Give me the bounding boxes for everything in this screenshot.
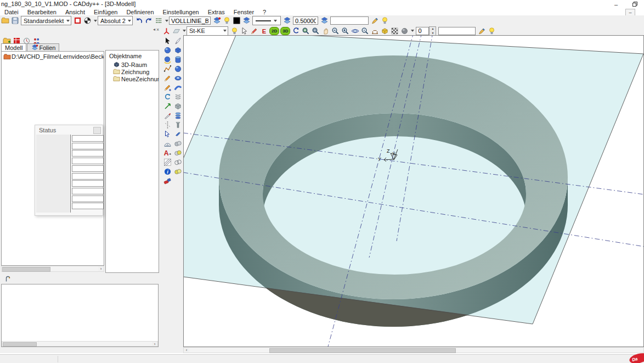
select-pointer-icon[interactable] (163, 36, 172, 45)
select-settings-icon[interactable] (240, 26, 248, 35)
boolean-intersect-icon[interactable] (173, 158, 182, 166)
info-tool-icon[interactable]: i (163, 167, 172, 176)
rotate-view-icon[interactable] (291, 26, 300, 35)
status-field-1[interactable] (72, 135, 104, 142)
snap-mode-icon[interactable] (83, 16, 92, 25)
cylinder-segment-icon[interactable] (173, 130, 182, 138)
mode-2d-button[interactable]: 2D (269, 27, 279, 35)
message-scroll-thumb[interactable] (3, 342, 37, 347)
loft-solid-icon[interactable] (173, 111, 182, 120)
status-field-3[interactable] (72, 150, 104, 157)
linestyle-combo[interactable] (252, 16, 281, 25)
tree-item-project[interactable]: D:\AVCHD_Filme\Lernvideos\BeckerCAD 3D P… (2, 52, 104, 60)
sketch-pen-icon[interactable] (250, 26, 258, 35)
message-hscrollbar[interactable]: › (2, 341, 158, 347)
render-dd[interactable] (409, 27, 414, 35)
linetype-layers-icon[interactable] (212, 16, 221, 25)
color-swatch-icon[interactable] (232, 16, 241, 25)
tab-folien[interactable]: Folien (27, 43, 59, 51)
layer-spinner[interactable]: ▲▼ (415, 26, 436, 36)
menu-bearbeiten[interactable]: Bearbeiten (23, 8, 61, 15)
grid-dd[interactable] (163, 17, 168, 25)
restore-button[interactable] (629, 1, 641, 7)
solid-torus-icon[interactable] (173, 74, 182, 82)
selection-mode-icon[interactable] (73, 16, 82, 25)
dimension-tool-icon[interactable] (370, 26, 379, 35)
status-field-7[interactable] (72, 180, 104, 187)
grid-settings-icon[interactable] (154, 16, 163, 25)
shade-sphere-icon[interactable] (163, 46, 172, 54)
edit-elements-icon[interactable]: E (259, 26, 268, 35)
color-layers-icon[interactable] (242, 16, 251, 25)
render-options-icon[interactable] (163, 55, 172, 64)
render-mode-icon[interactable] (380, 26, 389, 35)
select-by-name-icon[interactable] (163, 130, 172, 138)
tree-scroll-thumb[interactable] (2, 267, 50, 272)
snap-anchor-icon[interactable] (3, 274, 12, 283)
undo-icon[interactable] (134, 16, 143, 25)
status-window[interactable]: Status (35, 125, 103, 216)
tree-hscrollbar[interactable]: › (1, 266, 104, 272)
tree-scroll-right-arrow[interactable]: › (98, 266, 104, 271)
menu-einstellungen[interactable]: Einstellungen (159, 8, 204, 15)
menu-definieren[interactable]: Definieren (122, 8, 158, 15)
mode-3d-button[interactable]: 3D (280, 27, 290, 35)
orbit-view-icon[interactable] (351, 26, 359, 35)
message-panel[interactable]: › (1, 284, 159, 347)
solid-sphere-icon[interactable] (173, 64, 182, 73)
coord-mode-combo[interactable]: Absolut 2D (98, 16, 133, 25)
shaded-sphere-icon[interactable] (400, 26, 409, 35)
viewport-3d[interactable]: Y Z X (183, 35, 644, 347)
layer-spinner-input[interactable] (416, 27, 429, 35)
tab-modell[interactable]: Modell (1, 43, 26, 52)
viewport-scroll-thumb[interactable] (269, 348, 456, 353)
extrude-solid-icon[interactable] (173, 102, 182, 110)
status-field-6[interactable] (72, 173, 104, 180)
message-scroll-right-arrow[interactable]: › (152, 342, 157, 346)
solid-surface-icon[interactable] (173, 83, 182, 92)
layer-light-icon[interactable] (380, 16, 389, 25)
fill-brush-icon[interactable] (477, 26, 486, 35)
status-field-5[interactable] (72, 165, 104, 172)
linestyle-layers-icon[interactable] (283, 16, 291, 25)
workplane-combo[interactable]: St-KE (187, 26, 228, 36)
save-file-icon[interactable] (10, 16, 19, 25)
width-layers-icon[interactable] (320, 16, 329, 25)
view-light-icon[interactable] (487, 26, 496, 35)
status-field-8[interactable] (72, 188, 104, 194)
viewport-scroll-left-arrow[interactable]: ‹ (184, 348, 189, 353)
menu-ansicht[interactable]: Ansicht (61, 8, 89, 15)
menu-extras[interactable]: Extras (204, 8, 229, 15)
solid-helix-icon[interactable] (173, 92, 182, 101)
menu-help[interactable]: ? (258, 8, 270, 15)
zoom-all-icon[interactable] (301, 26, 310, 35)
menu-fenster[interactable]: Fenster (229, 8, 258, 15)
workplane-dd[interactable] (181, 27, 185, 35)
panel-close-button[interactable]: × (156, 27, 159, 32)
edit-pencil-icon[interactable] (163, 83, 172, 92)
boolean-subtract-icon[interactable] (173, 148, 182, 157)
free-attribute-input[interactable] (330, 16, 369, 25)
zoom-in-icon[interactable] (341, 26, 349, 35)
selection-mode-combo[interactable]: Standardselektion (21, 16, 71, 25)
selection-dd[interactable] (92, 17, 97, 25)
draw-pencil-icon[interactable] (163, 74, 172, 82)
thread-screw-icon[interactable] (173, 120, 182, 129)
spinner-buttons[interactable]: ▲▼ (429, 26, 436, 36)
freehand-pen-icon[interactable] (173, 36, 182, 45)
fill-brush-icon[interactable] (370, 16, 379, 25)
status-field-9[interactable] (72, 196, 104, 202)
linewidth-input[interactable] (293, 16, 318, 25)
linetype-input[interactable] (169, 16, 211, 25)
object-name-panel[interactable]: Objektname 3D-RaumZeichnungNeueZeichnung (105, 50, 159, 273)
solid-box-icon[interactable] (173, 46, 182, 54)
status-field-2[interactable] (72, 143, 104, 149)
menu-datei[interactable]: Datei (0, 8, 23, 15)
minimize-button[interactable]: – (610, 1, 622, 7)
pan-view-icon[interactable] (321, 26, 330, 35)
pattern-fill-icon[interactable] (390, 26, 399, 35)
viewport-hscrollbar[interactable]: ‹ (183, 347, 644, 353)
workplane-light-icon[interactable] (230, 26, 239, 35)
move-tool-icon[interactable] (163, 102, 172, 110)
zoom-window-icon[interactable] (311, 26, 320, 35)
